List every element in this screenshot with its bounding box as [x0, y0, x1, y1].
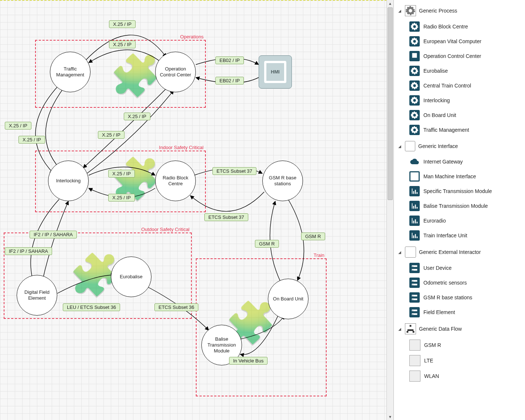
edge-label[interactable]: IF2 / IP / SAHARA: [5, 247, 52, 255]
palette-group-header[interactable]: ◢Generic Data Flow: [398, 322, 523, 336]
palette-item-label: User Device: [423, 265, 451, 271]
palette-group-label: Generic Interface: [418, 143, 458, 149]
server-icon: [409, 292, 420, 303]
palette-item[interactable]: User Device: [409, 261, 523, 275]
palette-item-label: European Vital Computer: [423, 38, 481, 44]
palette-item[interactable]: Man Machine Interface: [409, 169, 523, 184]
gear-icon: [409, 110, 420, 120]
nodes-layer: ⚙ Traffic Management ⚙ Operation Control…: [0, 0, 393, 420]
scroll-up-icon[interactable]: ▲: [387, 0, 393, 7]
node-gsm-r-base-stations[interactable]: ⚙ GSM R base stations: [262, 161, 303, 201]
node-digital-field-element[interactable]: ⚙ Digital Field Element: [17, 275, 57, 316]
palette-item-list: Internet GatewayMan Machine InterfaceSpe…: [409, 154, 523, 243]
edge-label[interactable]: ETCS Subset 37: [212, 167, 256, 175]
palette-item[interactable]: LTE: [409, 353, 523, 368]
palette-item-label: Specific Transmission Module: [423, 188, 492, 194]
palette-item[interactable]: Specific Transmission Module: [409, 184, 523, 199]
gear-icon: [409, 125, 420, 135]
palette-item-label: Train Interface Unit: [423, 233, 467, 238]
edge-label[interactable]: EB02 / IP: [215, 77, 244, 85]
palette-item-label: Euroradio: [423, 218, 446, 224]
node-label: Digital Field Element: [20, 289, 54, 302]
palette-item[interactable]: Field Element: [409, 305, 523, 320]
palette-item[interactable]: European Vital Computer: [409, 34, 523, 49]
palette-group: ◢Generic InterfaceInternet GatewayMan Ma…: [398, 140, 523, 243]
hmi-icon: [409, 51, 420, 61]
edge-label[interactable]: GSM R: [255, 240, 279, 248]
screen-icon: [264, 61, 286, 83]
edge-label[interactable]: X.25 / IP: [98, 131, 125, 139]
node-label: Interlocking: [56, 178, 81, 184]
edge-label[interactable]: X.25 / IP: [18, 136, 45, 144]
node-label: GSM R base stations: [266, 175, 300, 187]
diagram-canvas[interactable]: Operations Indoor Safety Critical Outdoo…: [0, 0, 394, 420]
palette-item[interactable]: Radio Block Centre: [409, 19, 523, 34]
cloud-icon: [409, 156, 420, 167]
palette-item-label: Interlocking: [423, 97, 450, 103]
palette-group-header[interactable]: ◢Generic Interface: [398, 140, 523, 153]
server-icon: [409, 263, 420, 273]
node-interlocking[interactable]: ⚙ Interlocking: [48, 161, 89, 201]
edge-label[interactable]: X.25 / IP: [5, 122, 31, 130]
node-on-board-unit[interactable]: ⚙ On Board Unit: [268, 279, 308, 319]
palette-group-label: Generic External Interactor: [419, 249, 481, 255]
scroll-down-icon[interactable]: ▼: [387, 413, 393, 420]
swatch-icon: [409, 340, 420, 351]
gear-icon: [409, 66, 420, 76]
node-radio-block-centre[interactable]: ⚙ Radio Block Centre: [155, 161, 196, 201]
vertical-scrollbar[interactable]: ▲ ▼: [386, 0, 393, 420]
node-hmi[interactable]: HMI: [259, 55, 292, 89]
palette-item[interactable]: Internet Gateway: [409, 154, 523, 169]
palette-item[interactable]: Eurobalise: [409, 63, 523, 78]
palette-item[interactable]: Interlocking: [409, 93, 523, 108]
server-icon: [409, 307, 420, 317]
palette-item[interactable]: GSM R base stations: [409, 290, 523, 305]
node-label: Balise Transmission Module: [205, 336, 239, 354]
edge-label[interactable]: GSM R: [301, 233, 325, 240]
node-eurobalise[interactable]: ⚙ Eurobalise: [111, 257, 151, 297]
edge-label[interactable]: LEU / ETCS Subset 36: [63, 303, 120, 311]
edge-label[interactable]: X.25 / IP: [109, 20, 136, 28]
palette-group: ◢Generic External InteractorUser DeviceO…: [398, 245, 523, 320]
palette-item[interactable]: Balise Transmission Module: [409, 199, 523, 213]
palette-item[interactable]: Euroradio: [409, 213, 523, 228]
edge-label[interactable]: ETCS Subset 36: [154, 303, 198, 311]
edge-label[interactable]: In Vehicle Bus: [229, 357, 267, 365]
node-operation-control-center[interactable]: ⚙ Operation Control Center: [155, 52, 196, 92]
palette-item[interactable]: Traffic Management: [409, 123, 523, 137]
palette-item[interactable]: Odometric sensors: [409, 275, 523, 290]
palette-group-header[interactable]: ◢Generic External Interactor: [398, 245, 523, 259]
palette-item[interactable]: WLAN: [409, 368, 523, 384]
palette-item-label: WLAN: [424, 373, 439, 379]
edge-label[interactable]: X.25 / IP: [124, 113, 150, 120]
node-traffic-management[interactable]: ⚙ Traffic Management: [50, 52, 91, 92]
palette-item[interactable]: On Board Unit: [409, 108, 523, 123]
palette-item-label: Operation Control Center: [423, 53, 481, 59]
edge-label[interactable]: EB02 / IP: [215, 56, 244, 64]
edge-label[interactable]: ETCS Subset 37: [204, 213, 248, 221]
scrollbar-thumb[interactable]: [388, 7, 393, 200]
palette-item[interactable]: Train Interface Unit: [409, 228, 523, 243]
edge-label[interactable]: X.25 / IP: [108, 194, 135, 202]
palette-item-label: On Board Unit: [423, 112, 456, 118]
node-label: Traffic Management: [53, 66, 87, 78]
node-label: Eurobalise: [120, 274, 142, 280]
edge-label[interactable]: X.25 / IP: [108, 170, 135, 178]
palette-group-label: Generic Process: [419, 8, 457, 14]
palette-item-list: GSM RLTEWLAN: [409, 337, 523, 384]
palette-item[interactable]: GSM R: [409, 337, 523, 353]
chart-icon: [409, 230, 420, 241]
node-label: Radio Block Centre: [158, 175, 192, 187]
palette-item-label: GSM R: [424, 342, 441, 348]
edge-label[interactable]: IF2 / IP / SAHARA: [30, 231, 77, 238]
palette-item-label: GSM R base stations: [423, 295, 472, 300]
palette-item[interactable]: Central Train Control: [409, 78, 523, 93]
palette-group-header[interactable]: ◢Generic Process: [398, 4, 523, 18]
gear-icon: [409, 95, 420, 106]
palette-panel[interactable]: ◢Generic ProcessRadio Block CentreEurope…: [394, 0, 525, 420]
palette-item-label: Balise Transmission Module: [423, 203, 488, 209]
palette-group-label: Generic Data Flow: [419, 326, 462, 332]
chevron-down-icon: ◢: [398, 327, 402, 331]
palette-item[interactable]: Operation Control Center: [409, 49, 523, 63]
edge-label[interactable]: X.25 / IP: [109, 41, 136, 48]
